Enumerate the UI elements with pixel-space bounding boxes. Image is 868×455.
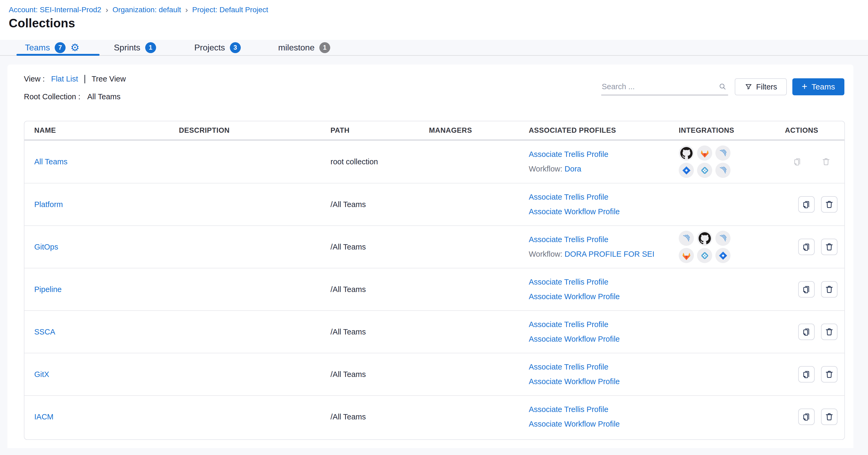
path-cell: /All Teams — [331, 413, 429, 421]
tab-count-badge: 1 — [145, 42, 156, 53]
workflow-profile-link[interactable]: Associate Workflow Profile — [529, 420, 620, 428]
page-header: Account: SEI-Internal-Prod2 › Organizati… — [0, 0, 868, 40]
collection-name-link[interactable]: GitOps — [34, 243, 58, 251]
collections-table: NAME DESCRIPTION PATH MANAGERS ASSOCIATE… — [24, 121, 845, 440]
delete-button[interactable] — [821, 324, 837, 340]
trash-icon — [825, 412, 834, 422]
associated-profiles-cell: Associate Trellis Profile Workflow: DORA… — [529, 235, 679, 259]
column-header-integrations: INTEGRATIONS — [679, 126, 785, 134]
delete-button[interactable] — [821, 281, 837, 298]
tab-label: Sprints — [114, 43, 141, 53]
associated-profiles-cell: Associate Trellis Profile Associate Work… — [529, 193, 679, 216]
table-body: All Teams root collection Associate Trel… — [24, 141, 844, 438]
gitlab-icon — [679, 248, 694, 263]
delete-button[interactable] — [821, 408, 837, 425]
workflow-label: Workflow: — [529, 164, 565, 173]
tab-sprints[interactable]: Sprints 1 — [114, 40, 156, 55]
delete-button[interactable] — [821, 196, 837, 213]
filters-button[interactable]: Filters — [735, 78, 787, 95]
copy-button[interactable] — [798, 281, 815, 298]
path-cell: /All Teams — [331, 243, 429, 251]
breadcrumb-account-link[interactable]: Account: SEI-Internal-Prod2 — [9, 6, 101, 14]
delete-button — [818, 153, 834, 170]
tab-milestone[interactable]: milestone 1 — [278, 40, 330, 55]
tab-label: milestone — [278, 43, 315, 53]
jira-icon — [715, 248, 731, 263]
jira-icon — [679, 163, 694, 178]
root-collection-label: Root Collection : — [24, 92, 81, 101]
trash-icon — [825, 200, 834, 209]
copy-icon — [802, 284, 811, 294]
github-icon — [697, 231, 712, 246]
workflow-profile-link[interactable]: Dora — [565, 164, 581, 173]
path-cell: /All Teams — [331, 328, 429, 336]
breadcrumb-organization-link[interactable]: Organization: default — [113, 6, 181, 14]
tab-projects[interactable]: Projects 3 — [194, 40, 241, 55]
collection-name-link[interactable]: Platform — [34, 200, 63, 209]
content-panel: View : Flat List Tree View Root Collecti… — [7, 64, 854, 448]
name-cell: All Teams — [34, 157, 179, 166]
copy-button[interactable] — [798, 196, 815, 213]
associate-trellis-profile-link[interactable]: Associate Trellis Profile — [529, 235, 679, 244]
collection-name-link[interactable]: SSCA — [34, 328, 55, 336]
collection-name-link[interactable]: IACM — [34, 413, 54, 421]
copy-button[interactable] — [798, 324, 815, 340]
actions-cell — [785, 324, 844, 340]
diamond-grid-icon — [697, 163, 712, 178]
filters-label: Filters — [756, 83, 777, 91]
associate-trellis-profile-link[interactable]: Associate Trellis Profile — [529, 150, 679, 159]
collection-name-link[interactable]: GitX — [34, 370, 49, 378]
workflow-profile-link[interactable]: Associate Workflow Profile — [529, 377, 620, 386]
associate-trellis-profile-link[interactable]: Associate Trellis Profile — [529, 405, 679, 414]
collection-name-link[interactable]: All Teams — [34, 157, 67, 166]
column-header-associated-profiles: ASSOCIATED PROFILES — [529, 126, 679, 134]
tab-count-badge: 7 — [55, 42, 66, 53]
path-cell: /All Teams — [331, 200, 429, 209]
column-header-managers: MANAGERS — [429, 126, 529, 134]
associate-trellis-profile-link[interactable]: Associate Trellis Profile — [529, 363, 679, 371]
filter-funnel-icon — [745, 83, 752, 91]
column-header-description: DESCRIPTION — [179, 126, 331, 134]
copy-icon — [793, 157, 802, 166]
table-row: GitX /All Teams Associate Trellis Profil… — [24, 353, 844, 395]
sonar-arcs-icon — [715, 231, 731, 246]
path-cell: /All Teams — [331, 370, 429, 379]
workflow-profile-link[interactable]: Associate Workflow Profile — [529, 207, 620, 216]
tree-view-link[interactable]: Tree View — [92, 74, 126, 83]
copy-icon — [802, 327, 811, 337]
teams-button-label: Teams — [811, 82, 835, 91]
integrations-cell — [679, 146, 785, 178]
search-input[interactable] — [601, 79, 714, 94]
name-cell: Platform — [34, 200, 179, 209]
copy-button[interactable] — [798, 366, 815, 383]
table-row: Pipeline /All Teams Associate Trellis Pr… — [24, 268, 844, 310]
associate-trellis-profile-link[interactable]: Associate Trellis Profile — [529, 320, 679, 329]
copy-button[interactable] — [798, 239, 815, 255]
sonar-arcs-icon — [715, 146, 731, 161]
column-header-actions: ACTIONS — [785, 126, 844, 134]
workflow-profile-link[interactable]: DORA PROFILE FOR SEI — [565, 250, 654, 258]
github-icon — [679, 146, 694, 161]
add-teams-button[interactable]: + Teams — [792, 78, 844, 95]
associated-profiles-cell: Associate Trellis Profile Associate Work… — [529, 405, 679, 428]
breadcrumb: Account: SEI-Internal-Prod2 › Organizati… — [9, 5, 268, 14]
delete-button[interactable] — [821, 239, 837, 255]
gear-icon[interactable]: ⚙ — [70, 42, 80, 53]
breadcrumb-project-link[interactable]: Project: Default Project — [192, 6, 268, 14]
name-cell: Pipeline — [34, 285, 179, 294]
tab-teams[interactable]: Teams 7 ⚙ — [25, 40, 80, 55]
associated-profiles-cell: Associate Trellis Profile Workflow: Dora — [529, 150, 679, 173]
copy-icon — [802, 369, 811, 379]
associate-trellis-profile-link[interactable]: Associate Trellis Profile — [529, 278, 679, 286]
associate-trellis-profile-link[interactable]: Associate Trellis Profile — [529, 193, 679, 202]
workflow-profile-link[interactable]: Associate Workflow Profile — [529, 335, 620, 343]
name-cell: IACM — [34, 413, 179, 421]
flat-list-link[interactable]: Flat List — [51, 74, 78, 83]
copy-button[interactable] — [798, 408, 815, 425]
view-switcher: View : Flat List Tree View — [24, 74, 126, 83]
workflow-label: Workflow: — [529, 250, 565, 258]
integrations-cell — [679, 231, 785, 263]
delete-button[interactable] — [821, 366, 837, 383]
collection-name-link[interactable]: Pipeline — [34, 285, 62, 294]
workflow-profile-link[interactable]: Associate Workflow Profile — [529, 292, 620, 301]
